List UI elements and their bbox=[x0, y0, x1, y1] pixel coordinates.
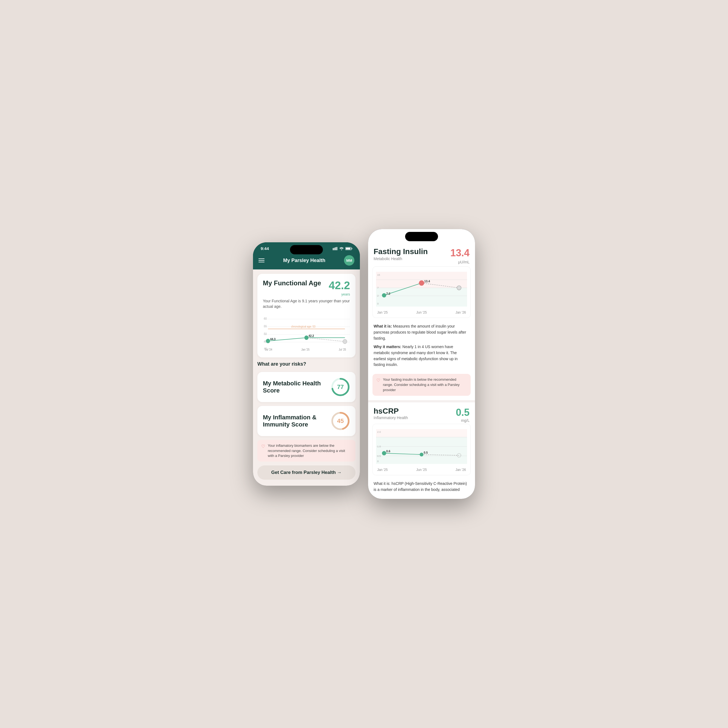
svg-rect-1 bbox=[334, 248, 335, 250]
svg-text:42.2: 42.2 bbox=[308, 334, 314, 337]
right-content: Fasting Insulin Metabolic Health 13.4 μU… bbox=[368, 243, 475, 499]
header-title: My Parsley Health bbox=[283, 258, 325, 263]
svg-point-20 bbox=[266, 339, 270, 343]
svg-point-43 bbox=[382, 293, 386, 298]
svg-text:7.2: 7.2 bbox=[386, 292, 390, 295]
hscrp-description: What it is: hsCRP (High-Sensitivity C-Re… bbox=[368, 479, 475, 499]
fasting-insulin-descriptions: What it is: Measures the amount of insul… bbox=[368, 321, 475, 374]
hscrp-unit: mg/L bbox=[456, 418, 470, 423]
hscrp-axis: Jan '25 Jun '25 Jan '26 bbox=[376, 468, 467, 472]
svg-rect-6 bbox=[352, 248, 352, 249]
svg-text:0.5: 0.5 bbox=[377, 455, 381, 458]
status-icons bbox=[333, 247, 352, 250]
svg-text:0.6: 0.6 bbox=[386, 450, 390, 453]
section-divider bbox=[368, 400, 475, 402]
svg-rect-33 bbox=[376, 288, 467, 306]
hscrp-title: hsCRP bbox=[373, 407, 408, 416]
get-care-button[interactable]: Get Care from Parsley Health → bbox=[257, 465, 355, 480]
svg-text:50: 50 bbox=[264, 332, 267, 335]
inflammation-score-circle: 45 bbox=[331, 411, 350, 431]
hscrp-value: 0.5 bbox=[456, 407, 470, 418]
svg-point-59 bbox=[382, 451, 386, 456]
functional-age-title: My Functional Age bbox=[263, 279, 321, 287]
hscrp-axis-3: Jan '26 bbox=[456, 468, 466, 472]
risks-title: What are your risks? bbox=[257, 361, 355, 367]
fasting-insulin-alert: ♡ Your fasting insulin is below the reco… bbox=[373, 374, 471, 396]
dynamic-island bbox=[290, 245, 323, 254]
svg-rect-7 bbox=[346, 248, 350, 249]
svg-rect-2 bbox=[335, 247, 336, 250]
hscrp-chart-card: 2.0 1.0 0.5 0 0.6 0.5 Jan '25 Jun '25 Ja… bbox=[373, 424, 471, 475]
left-phone: 9:44 My Parsley Health MM My Functional … bbox=[253, 242, 360, 486]
svg-text:1.0: 1.0 bbox=[377, 445, 381, 448]
fasting-insulin-chart-card: 15 7 2 0 7.2 13.4 Jan '25 Jun '25 Jan '2… bbox=[373, 266, 471, 318]
fasting-insulin-category: Metabolic Health bbox=[373, 257, 428, 261]
fi-axis-1: Jan '25 bbox=[377, 310, 388, 314]
fasting-insulin-axis: Jan '25 Jun '25 Jan '26 bbox=[376, 310, 467, 314]
svg-text:Jan '25: Jan '25 bbox=[301, 348, 309, 351]
hscrp-category: Inflammatory Health bbox=[373, 416, 408, 420]
svg-text:Jul '24: Jul '24 bbox=[265, 348, 272, 351]
app-header: My Parsley Health MM bbox=[253, 252, 360, 269]
svg-point-24 bbox=[343, 340, 347, 344]
risks-section: What are your risks? bbox=[257, 361, 355, 368]
metabolic-score-value: 77 bbox=[337, 384, 344, 391]
hscrp-what-it-is: What it is: hsCRP (High-Sensitivity C-Re… bbox=[373, 481, 470, 492]
right-phone: Fasting Insulin Metabolic Health 13.4 μU… bbox=[368, 229, 475, 499]
avatar[interactable]: MM bbox=[344, 255, 355, 266]
svg-text:0: 0 bbox=[377, 460, 379, 463]
functional-age-value: 42.2 bbox=[329, 279, 350, 292]
functional-age-chart: 60 55 50 45 40 chronological age: 53 44.… bbox=[263, 314, 350, 352]
svg-text:7: 7 bbox=[377, 286, 379, 289]
fasting-insulin-svg: 15 7 2 0 7.2 13.4 bbox=[376, 270, 467, 308]
status-time: 9:44 bbox=[261, 246, 269, 251]
left-content: My Functional Age 42.2 years Your Functi… bbox=[253, 269, 360, 486]
fasting-insulin-title: Fasting Insulin bbox=[373, 247, 428, 256]
functional-age-unit: years bbox=[329, 292, 350, 296]
fasting-insulin-unit: μU/mL bbox=[450, 260, 470, 264]
inflammation-score-card[interactable]: My Inflammation & Immunity Score 45 bbox=[257, 406, 355, 436]
svg-text:0: 0 bbox=[377, 302, 379, 305]
hscrp-svg: 2.0 1.0 0.5 0 0.6 0.5 bbox=[376, 427, 467, 466]
svg-rect-3 bbox=[336, 247, 337, 250]
svg-text:2.0: 2.0 bbox=[377, 431, 381, 434]
functional-age-card: My Functional Age 42.2 years Your Functi… bbox=[257, 274, 355, 358]
svg-rect-49 bbox=[376, 429, 467, 437]
svg-point-45 bbox=[419, 280, 424, 286]
svg-text:chronological age: 53: chronological age: 53 bbox=[291, 325, 315, 328]
fasting-insulin-header: Fasting Insulin Metabolic Health 13.4 μU… bbox=[368, 243, 475, 266]
svg-point-47 bbox=[457, 286, 461, 290]
hscrp-axis-2: Jun '25 bbox=[416, 468, 427, 472]
hscrp-header: hsCRP Inflammatory Health 0.5 mg/L bbox=[368, 402, 475, 424]
fi-axis-2: Jun '25 bbox=[416, 310, 427, 314]
inflammation-alert: ♡ Your inflamatory biomarkers are below … bbox=[257, 440, 355, 462]
svg-text:55: 55 bbox=[264, 325, 267, 328]
fi-alert-icon: ♡ bbox=[376, 377, 380, 384]
what-it-is-text: What it is: Measures the amount of insul… bbox=[373, 323, 470, 341]
svg-point-22 bbox=[304, 335, 309, 340]
alert-heart-icon: ♡ bbox=[261, 444, 265, 450]
fasting-insulin-value: 13.4 bbox=[450, 247, 470, 259]
svg-line-19 bbox=[306, 338, 345, 341]
svg-point-4 bbox=[341, 249, 342, 250]
why-it-matters-text: Why it matters: Nearly 1 in 4 US women h… bbox=[373, 344, 470, 368]
svg-text:44.3: 44.3 bbox=[270, 337, 275, 341]
svg-text:60: 60 bbox=[264, 317, 267, 320]
svg-text:15: 15 bbox=[377, 273, 380, 276]
fi-alert-text: Your fasting insulin is below the recomm… bbox=[383, 377, 467, 393]
metabolic-score-circle: 77 bbox=[331, 378, 350, 397]
inflammation-alert-text: Your inflamatory biomarkers are below th… bbox=[268, 443, 352, 458]
svg-rect-0 bbox=[333, 248, 333, 250]
menu-button[interactable] bbox=[258, 258, 265, 262]
hscrp-axis-1: Jan '25 bbox=[377, 468, 388, 472]
functional-age-svg: 60 55 50 45 40 chronological age: 53 44.… bbox=[263, 314, 350, 352]
functional-age-subtitle: Your Functional Age is 9.1 years younger… bbox=[263, 298, 350, 309]
svg-text:0.5: 0.5 bbox=[424, 451, 428, 454]
metabolic-score-title: My Metabolic Health Score bbox=[263, 380, 331, 395]
svg-text:Jul '25: Jul '25 bbox=[339, 348, 346, 351]
metabolic-score-card[interactable]: My Metabolic Health Score 77 bbox=[257, 372, 355, 402]
fi-axis-3: Jan '26 bbox=[456, 310, 466, 314]
inflammation-score-title: My Inflammation & Immunity Score bbox=[263, 414, 331, 428]
inflammation-score-value: 45 bbox=[337, 418, 344, 425]
right-dynamic-island bbox=[405, 232, 438, 241]
